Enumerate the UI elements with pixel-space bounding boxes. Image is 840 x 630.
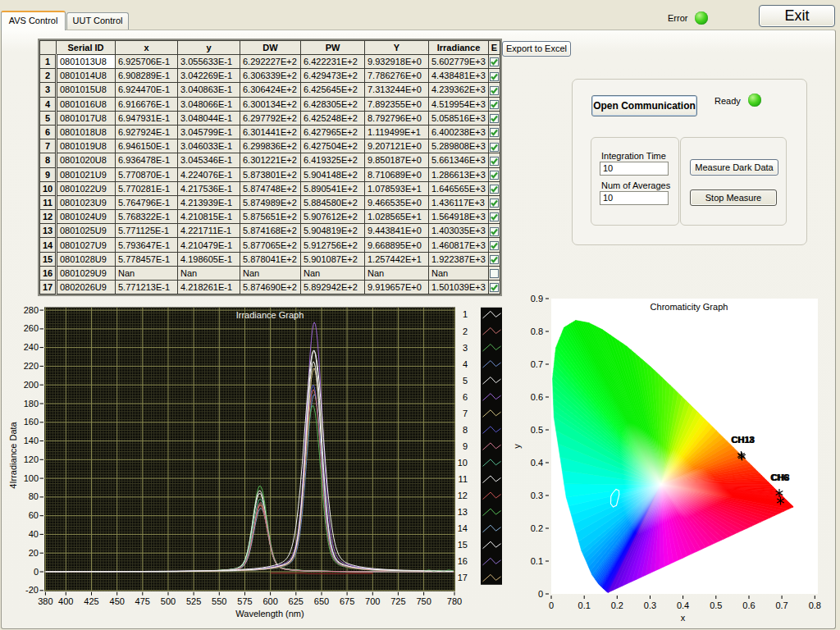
svg-text:0.7: 0.7 <box>531 359 543 369</box>
svg-text:240: 240 <box>24 342 39 352</box>
svg-text:700: 700 <box>365 596 380 606</box>
svg-text:0.1: 0.1 <box>578 600 591 610</box>
svg-text:0: 0 <box>538 589 543 599</box>
svg-text:575: 575 <box>237 596 252 606</box>
svg-text:y: y <box>512 444 522 449</box>
svg-text:80: 80 <box>29 491 39 501</box>
svg-text:260: 260 <box>24 323 39 333</box>
svg-text:Chromaticity Graph: Chromaticity Graph <box>651 302 728 312</box>
svg-text:0.6: 0.6 <box>531 392 543 402</box>
svg-text:0.8: 0.8 <box>809 600 821 610</box>
svg-text:16: 16 <box>458 556 468 566</box>
svg-text:11: 11 <box>459 474 468 484</box>
svg-text:0.8: 0.8 <box>531 326 543 336</box>
svg-text:1: 1 <box>463 309 468 319</box>
svg-text:0.5: 0.5 <box>531 425 543 435</box>
svg-text:CH8: CH8 <box>772 472 790 482</box>
svg-text:625: 625 <box>289 596 304 606</box>
svg-text:100: 100 <box>24 473 39 483</box>
svg-text:0.3: 0.3 <box>644 600 656 610</box>
svg-text:450: 450 <box>110 596 125 606</box>
svg-text:400: 400 <box>58 596 73 606</box>
svg-text:Irradiance Graph: Irradiance Graph <box>236 310 304 320</box>
svg-text:CH18: CH18 <box>732 435 755 445</box>
svg-text:4: 4 <box>463 359 468 369</box>
svg-text:0.6: 0.6 <box>742 600 755 610</box>
svg-text:Wavelength (nm): Wavelength (nm) <box>235 609 304 619</box>
svg-text:x: x <box>681 613 686 623</box>
svg-text:380: 380 <box>38 596 52 606</box>
svg-text:475: 475 <box>135 596 150 606</box>
svg-text:0.5: 0.5 <box>710 600 722 610</box>
svg-text:0.9: 0.9 <box>531 294 543 304</box>
svg-text:0.7: 0.7 <box>775 600 788 610</box>
svg-text:140: 140 <box>24 436 39 445</box>
svg-text:500: 500 <box>161 596 176 606</box>
svg-text:200: 200 <box>24 380 39 390</box>
svg-text:675: 675 <box>340 596 354 606</box>
svg-text:5: 5 <box>463 376 468 386</box>
svg-text:20: 20 <box>29 548 39 558</box>
svg-text:3: 3 <box>463 343 468 353</box>
svg-text:13: 13 <box>458 507 468 517</box>
svg-text:40: 40 <box>29 529 39 539</box>
svg-text:0: 0 <box>34 567 39 577</box>
svg-text:425: 425 <box>84 596 98 606</box>
svg-text:120: 120 <box>24 454 39 464</box>
svg-text:160: 160 <box>24 417 39 427</box>
svg-text:280: 280 <box>24 305 39 315</box>
svg-text:6: 6 <box>463 392 468 402</box>
svg-text:750: 750 <box>416 596 431 606</box>
svg-text:0.1: 0.1 <box>531 556 543 566</box>
svg-text:180: 180 <box>24 399 39 409</box>
svg-text:15: 15 <box>458 540 468 550</box>
svg-text:0.2: 0.2 <box>531 523 543 533</box>
svg-text:0.3: 0.3 <box>531 491 543 500</box>
svg-text:0.4: 0.4 <box>531 458 543 468</box>
svg-text:650: 650 <box>314 596 329 606</box>
svg-text:220: 220 <box>24 361 39 371</box>
svg-text:725: 725 <box>390 596 405 606</box>
svg-text:8: 8 <box>463 425 468 435</box>
svg-text:550: 550 <box>212 596 226 606</box>
svg-text:10: 10 <box>458 458 468 468</box>
svg-text:60: 60 <box>29 510 39 520</box>
svg-text:0.2: 0.2 <box>611 600 623 610</box>
svg-text:780: 780 <box>447 596 462 606</box>
svg-text:600: 600 <box>262 596 277 606</box>
svg-text:0.4: 0.4 <box>677 600 689 610</box>
svg-text:12: 12 <box>458 491 468 500</box>
svg-text:17: 17 <box>458 573 468 582</box>
svg-text:4Irradiance Data: 4Irradiance Data <box>8 421 18 488</box>
svg-text:9: 9 <box>463 441 468 451</box>
svg-text:525: 525 <box>186 596 201 606</box>
svg-text:-20: -20 <box>25 585 39 595</box>
svg-text:14: 14 <box>458 523 468 533</box>
svg-text:2: 2 <box>463 326 468 336</box>
svg-text:7: 7 <box>463 409 468 418</box>
svg-text:0: 0 <box>549 600 554 610</box>
